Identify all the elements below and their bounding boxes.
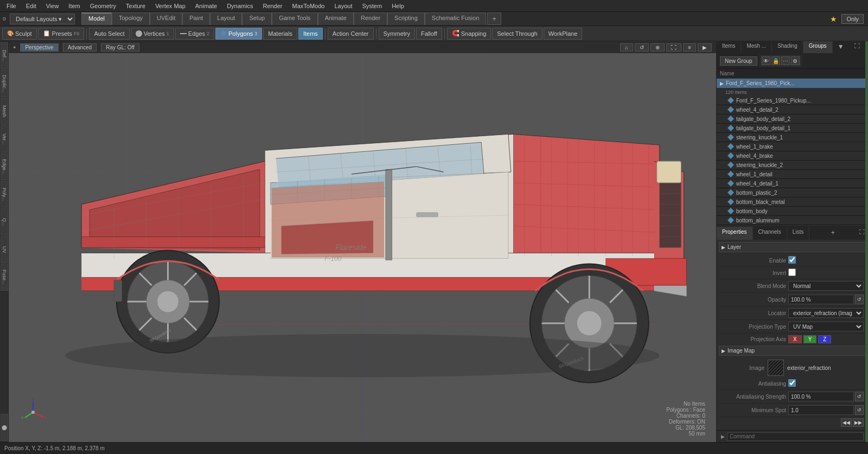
select-through-button[interactable]: Select Through <box>492 28 542 40</box>
menu-edit[interactable]: Edit <box>22 2 41 10</box>
minimum-spot-reset-btn[interactable]: ↺ <box>855 405 864 415</box>
menu-render[interactable]: Render <box>258 2 286 10</box>
add-items-tab-button[interactable]: ▼ <box>834 41 847 53</box>
viewport-canvas[interactable]: BFGoodrich BFGoodrich <box>9 53 716 442</box>
blend-mode-select[interactable]: Normal <box>788 281 864 291</box>
edges-button[interactable]: Edges 2 <box>175 28 214 40</box>
nav-left-btn[interactable]: ◀◀ <box>841 418 852 427</box>
tab-paint[interactable]: Paint <box>182 12 210 25</box>
tab-model[interactable]: Model <box>81 12 112 25</box>
default-layouts-select[interactable]: Default Layouts ▾ <box>10 14 75 24</box>
viewport-advanced-btn[interactable]: Advanced <box>63 43 97 52</box>
tab-schematic-fusion[interactable]: Schematic Fusion <box>425 12 486 25</box>
auto-select-button[interactable]: Auto Select <box>89 28 129 40</box>
tab-setup[interactable]: Setup <box>242 12 272 25</box>
tab-properties[interactable]: Properties <box>717 227 753 240</box>
list-item[interactable]: wheel_4_brake <box>717 151 868 161</box>
antialiasing-checkbox[interactable] <box>788 379 796 387</box>
viewport[interactable]: ● Perspective Advanced Ray GL: Off ⌂ ↺ ⊕… <box>9 41 716 442</box>
materials-button[interactable]: Materials <box>263 28 297 40</box>
tab-game-tools[interactable]: Game Tools <box>272 12 318 25</box>
group-item-ford[interactable]: ▶ Ford_F_Series_1980_Pick... <box>717 79 868 88</box>
viewport-zoom-btn[interactable]: ⊕ <box>650 43 665 52</box>
presets-button[interactable]: 📋 Presets F6 <box>38 28 85 40</box>
snapping-button[interactable]: 🧲 Snapping <box>447 28 492 40</box>
only-button[interactable]: Only <box>841 14 864 24</box>
axis-z-button[interactable]: Z <box>818 335 831 343</box>
list-item[interactable]: tailgate_body_detail_2 <box>717 114 868 124</box>
left-tool-edge[interactable]: Edge... <box>1 153 8 180</box>
list-item[interactable]: bottom_body <box>717 207 868 216</box>
workplane-button[interactable]: WorkPlane <box>544 28 583 40</box>
menu-view[interactable]: View <box>42 2 63 10</box>
list-item[interactable]: steering_knuckle_1 <box>717 133 868 142</box>
items-eye-btn[interactable]: 👁 <box>762 56 770 65</box>
tab-scripting[interactable]: Scripting <box>387 12 425 25</box>
tab-uvedit[interactable]: UVEdit <box>150 12 182 25</box>
antialiasing-strength-reset-btn[interactable]: ↺ <box>855 392 864 401</box>
left-tool-ver[interactable]: Ver... <box>1 125 8 152</box>
items-settings-btn[interactable]: ⚙ <box>791 56 800 65</box>
tab-animate[interactable]: Animate <box>318 12 354 25</box>
items-button[interactable]: Items <box>298 28 323 40</box>
menu-dynamics[interactable]: Dynamics <box>222 2 257 10</box>
action-center-button[interactable]: Action Center <box>328 28 374 40</box>
viewport-more-btn[interactable]: ▶ <box>698 43 712 52</box>
viewport-home-btn[interactable]: ⌂ <box>620 43 633 52</box>
add-layout-tab-button[interactable]: + <box>487 12 501 25</box>
list-item[interactable]: wheel_1_detail <box>717 170 868 179</box>
layer-section-header[interactable]: ▶ Layer <box>719 242 866 252</box>
antialiasing-strength-input[interactable] <box>788 392 854 401</box>
tab-items[interactable]: Items <box>717 41 741 53</box>
list-item[interactable]: bottom_plastic_2 <box>717 188 868 197</box>
tab-layout[interactable]: Layout <box>210 12 242 25</box>
minimum-spot-input[interactable] <box>788 405 854 415</box>
list-item[interactable]: tailgate_body_detail_1 <box>717 124 868 133</box>
panel-expand-btn[interactable]: ⛶ <box>849 41 866 53</box>
list-item[interactable]: steering_knuckle_2 <box>717 161 868 170</box>
tab-mesh[interactable]: Mesh ... <box>741 41 772 53</box>
right-edge-bar[interactable] <box>865 41 868 442</box>
new-group-button[interactable]: New Group <box>720 56 757 66</box>
left-tool-q[interactable]: Q... <box>1 208 8 235</box>
axis-y-button[interactable]: Y <box>803 335 817 343</box>
menu-texture[interactable]: Texture <box>122 2 150 10</box>
viewport-raygl-btn[interactable]: Ray GL: Off <box>101 43 139 52</box>
tab-groups[interactable]: Groups <box>803 41 833 53</box>
left-tool-expand[interactable]: ⬤ <box>1 414 8 441</box>
menu-layout[interactable]: Layout <box>330 2 356 10</box>
nav-right-btn[interactable]: ▶▶ <box>853 418 864 427</box>
image-map-header[interactable]: ▶ Image Map <box>719 346 866 356</box>
axis-x-button[interactable]: X <box>788 335 802 343</box>
menu-vertex-map[interactable]: Vertex Map <box>151 2 190 10</box>
menu-file[interactable]: File <box>2 2 21 10</box>
invert-checkbox[interactable] <box>788 268 796 276</box>
left-tool-fuse[interactable]: Fuse... <box>1 264 8 291</box>
locator-select[interactable]: exterior_refraction (Image) (... <box>788 308 864 318</box>
menu-animate[interactable]: Animate <box>191 2 221 10</box>
enable-checkbox[interactable] <box>788 256 796 264</box>
left-tool-duplicati[interactable]: Duplic... <box>1 70 8 97</box>
add-props-tab-button[interactable]: + <box>828 227 838 240</box>
projection-type-select[interactable]: UV Map <box>788 322 864 331</box>
opacity-input[interactable] <box>788 295 854 304</box>
list-item[interactable]: bottom_black_metal <box>717 197 868 207</box>
menu-maxtomodo[interactable]: MaxToModo <box>288 2 329 10</box>
list-item[interactable]: Ford_F_Series_1980_Pickup... <box>717 96 868 105</box>
menu-geometry[interactable]: Geometry <box>86 2 120 10</box>
left-tool-poly[interactable]: Poly... <box>1 181 8 208</box>
menu-item[interactable]: Item <box>64 2 84 10</box>
list-item[interactable]: wheel_4_detail_1 <box>717 179 868 188</box>
items-lock-btn[interactable]: 🔒 <box>771 56 780 65</box>
command-input[interactable] <box>727 432 864 441</box>
viewport-reset-btn[interactable]: ↺ <box>635 43 649 52</box>
items-list[interactable]: ▶ Ford_F_Series_1980_Pick... 120 Items F… <box>717 79 868 226</box>
tab-channels[interactable]: Channels <box>753 227 787 240</box>
list-item[interactable]: bottom_aluminum <box>717 216 868 225</box>
menu-system[interactable]: System <box>358 2 386 10</box>
menu-help[interactable]: Help <box>387 2 409 10</box>
falloff-button[interactable]: Falloff <box>416 28 442 40</box>
sculpt-button[interactable]: 🎨 Sculpt <box>2 28 37 40</box>
list-item[interactable]: wheel_4_detail_2 <box>717 105 868 114</box>
left-tool-uv[interactable]: UV <box>1 236 8 263</box>
